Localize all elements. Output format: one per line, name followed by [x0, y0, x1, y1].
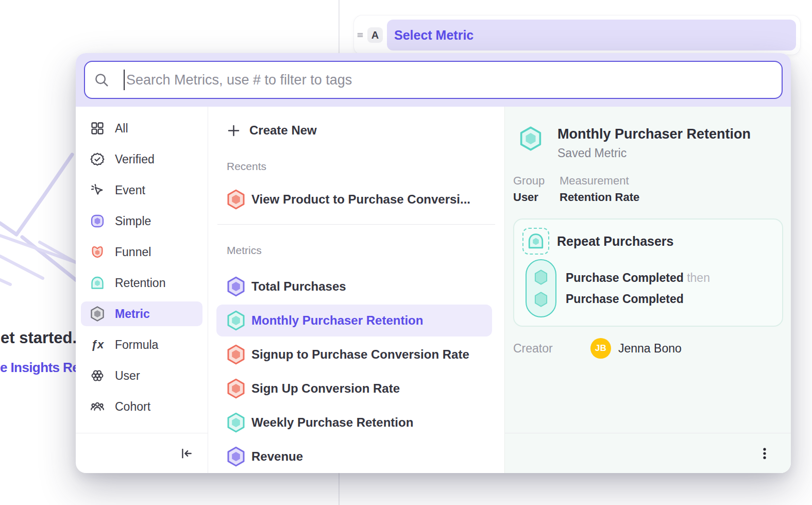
detail-meta: Group User Measurement Retention Rate [513, 174, 783, 204]
metric-list-item[interactable]: Weekly Purchase Retention [216, 407, 492, 439]
metric-hexagon-icon [227, 276, 245, 297]
metric-list-item[interactable]: Sign Up Conversion Rate [216, 373, 492, 405]
search-placeholder: Search Metrics, use # to filter to tags [126, 72, 352, 88]
filter-sidebar: All Verified Event Simple [76, 107, 208, 473]
create-new-button[interactable]: Create New [227, 118, 492, 143]
metric-hexagon-icon [227, 412, 245, 433]
sidebar-item-formula[interactable]: Formula [81, 332, 202, 357]
metric-item-label: Monthly Purchaser Retention [251, 313, 423, 328]
sidebar-item-label: User [115, 369, 140, 383]
event-cursor-icon [90, 183, 105, 197]
metrics-heading: Metrics [227, 244, 492, 257]
creator-name: Jenna Bono [618, 342, 682, 356]
sidebar-item-label: Event [115, 183, 145, 197]
detail-footer [505, 433, 791, 473]
cohort-people-icon [90, 399, 105, 414]
detail-header: Monthly Purchaser Retention Saved Metric [513, 126, 783, 160]
metric-list-column: Create New Recents View Product to Purch… [208, 107, 504, 473]
funnel-icon [90, 245, 105, 259]
creator-avatar[interactable]: JB [590, 338, 611, 359]
formula-fx-icon [90, 338, 105, 352]
metric-list-item[interactable]: Total Purchases [216, 271, 492, 302]
metric-hexagon-icon [227, 310, 245, 331]
text-caret [124, 70, 125, 90]
metric-list-item[interactable]: Revenue [216, 441, 492, 473]
sidebar-item-all[interactable]: All [81, 116, 202, 141]
more-options-icon[interactable] [758, 447, 771, 460]
sidebar-item-label: Simple [115, 214, 151, 228]
app-background: et started. e Insights Re A Select Metri… [0, 0, 812, 505]
metric-detail-panel: Monthly Purchaser Retention Saved Metric… [504, 107, 791, 473]
search-section: Search Metrics, use # to filter to tags [76, 53, 791, 107]
grid-icon [90, 121, 105, 136]
event-step-2: Purchase Completed [566, 289, 710, 310]
creator-label: Creator [513, 342, 590, 356]
drag-handle-icon[interactable] [356, 31, 364, 39]
create-new-label: Create New [249, 123, 317, 138]
metric-item-label: Weekly Purchase Retention [251, 415, 413, 430]
collapse-sidebar-icon[interactable] [180, 447, 193, 460]
sidebar-footer [76, 433, 208, 473]
event-hexagon-icon [533, 269, 549, 285]
sidebar-item-label: Cohort [115, 400, 150, 414]
event-hexagon-icon [533, 291, 549, 308]
metric-item-label: Total Purchases [251, 279, 346, 294]
event-sequence-capsule [526, 259, 556, 317]
search-icon [94, 72, 109, 88]
recents-heading: Recents [227, 160, 492, 173]
event-step-1: Purchase Completed then [566, 267, 710, 289]
sidebar-item-funnel[interactable]: Funnel [81, 240, 202, 264]
sidebar-item-label: Metric [115, 307, 150, 321]
sidebar-item-retention[interactable]: Retention [81, 271, 202, 295]
sidebar-item-label: Formula [115, 338, 158, 352]
metric-list-item[interactable]: Signup to Purchase Conversion Rate [216, 339, 492, 371]
select-metric-button[interactable]: Select Metric [387, 20, 796, 50]
metric-block-bar: A Select Metric [354, 15, 800, 55]
sidebar-item-label: Verified [115, 153, 155, 166]
search-box[interactable]: Search Metrics, use # to filter to tags [84, 61, 783, 99]
detail-subtitle: Saved Metric [557, 146, 751, 160]
retention-arch-icon [90, 276, 105, 290]
plus-icon [227, 124, 241, 138]
section-divider [217, 224, 495, 225]
metric-hexagon-icon [90, 306, 105, 322]
select-metric-label: Select Metric [394, 28, 473, 43]
metric-hexagon-icon [227, 446, 245, 467]
sidebar-item-event[interactable]: Event [81, 178, 202, 203]
sidebar-item-cohort[interactable]: Cohort [81, 394, 202, 419]
metric-picker-modal: Search Metrics, use # to filter to tags … [76, 53, 791, 473]
retention-arch-icon [527, 232, 545, 250]
metric-item-label: Revenue [251, 449, 303, 464]
group-value: User [513, 191, 560, 204]
sidebar-item-metric[interactable]: Metric [81, 301, 202, 326]
sidebar-item-user[interactable]: User [81, 363, 202, 388]
block-letter-badge: A [367, 27, 383, 43]
sidebar-item-verified[interactable]: Verified [81, 147, 202, 172]
creator-row: Creator JB Jenna Bono [513, 338, 783, 359]
definition-name: Repeat Purchasers [557, 234, 674, 249]
definition-card: Repeat Purchasers Purchase Completed the… [513, 218, 783, 327]
metric-item-label: Sign Up Conversion Rate [251, 381, 400, 396]
sidebar-item-label: All [115, 122, 128, 136]
measurement-label: Measurement [560, 174, 639, 188]
background-headline-fragment: et started. [1, 329, 77, 347]
detail-title: Monthly Purchaser Retention [557, 126, 751, 142]
metric-hexagon-icon [227, 344, 245, 365]
sidebar-item-simple[interactable]: Simple [81, 209, 202, 233]
funnel-metric-hexagon-icon [227, 189, 245, 210]
sidebar-item-label: Retention [115, 276, 165, 290]
verified-badge-icon [90, 152, 105, 166]
metric-item-label: Signup to Purchase Conversion Rate [251, 347, 469, 362]
recent-item[interactable]: View Product to Purchase Conversi... [216, 183, 492, 216]
metric-list-item-selected[interactable]: Monthly Purchaser Retention [216, 305, 492, 336]
group-label: Group [513, 174, 560, 188]
user-cluster-icon [90, 368, 105, 383]
metric-hexagon-icon [227, 378, 245, 399]
background-insights-link-fragment[interactable]: e Insights Re [0, 360, 79, 376]
retention-metric-hexagon-icon [519, 126, 542, 151]
dashed-retention-icon [522, 228, 549, 255]
measurement-value: Retention Rate [560, 191, 639, 204]
background-chart-decoration [0, 144, 80, 299]
recent-item-label: View Product to Purchase Conversi... [251, 192, 470, 207]
sidebar-item-label: Funnel [115, 245, 151, 259]
